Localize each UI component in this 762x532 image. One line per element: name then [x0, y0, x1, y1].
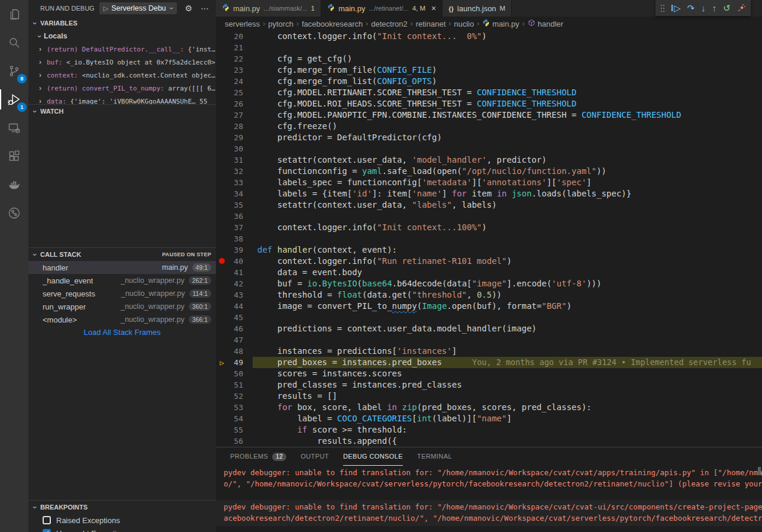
code-line[interactable]: 40 context.logger.info("Run retinanet-R1… — [216, 256, 762, 267]
code-line[interactable]: 46 predictions = context.user_data.model… — [216, 323, 762, 334]
tab-main.py[interactable]: main.py.../siammask/...1 — [216, 0, 321, 17]
gutter-breakpoint-area[interactable] — [216, 436, 228, 447]
toolbar-grip-icon[interactable] — [660, 4, 665, 12]
start-debug-icon[interactable]: ▷ — [104, 5, 108, 12]
gutter-breakpoint-area[interactable] — [216, 42, 228, 53]
code-line[interactable]: 51 pred_classes = instances.pred_classes — [216, 379, 762, 391]
breadcrumb-item-facebookresearch[interactable]: facebookresearch — [302, 20, 363, 28]
gutter-breakpoint-area[interactable] — [216, 143, 228, 154]
gutter-breakpoint-area[interactable] — [216, 289, 228, 301]
watch-header[interactable]: › WATCH — [28, 105, 216, 118]
panel-tab-debug-console[interactable]: DEBUG CONSOLE — [343, 447, 403, 466]
gutter-breakpoint-area[interactable] — [216, 132, 228, 143]
launch-configuration-dropdown[interactable]: ▷ Serverless Debu › — [99, 2, 177, 14]
code-line[interactable]: 44 image = convert_PIL_to_numpy(Image.op… — [216, 301, 762, 312]
code-line[interactable]: 56 results.append({ — [216, 436, 762, 447]
checkbox-unchecked-icon[interactable] — [43, 516, 51, 524]
gutter-breakpoint-area[interactable] — [216, 98, 228, 109]
gutter-breakpoint-area[interactable] — [216, 413, 228, 424]
code-line[interactable]: 30 — [216, 143, 762, 154]
panel-scrollbar[interactable] — [758, 467, 761, 475]
stack-frame-row[interactable]: _handle_event_nuclio_wrapper.py262:1 — [28, 274, 216, 287]
chevron-right-icon[interactable]: › — [39, 58, 47, 66]
run-and-debug-icon[interactable]: 1 — [0, 85, 28, 114]
gutter-breakpoint-area[interactable] — [216, 109, 228, 121]
code-line[interactable]: 26 cfg.MODEL.ROI_HEADS.SCORE_THRESH_TEST… — [216, 98, 762, 109]
code-line[interactable]: 52 results = [] — [216, 391, 762, 402]
code-line[interactable]: 27 cfg.MODEL.PANOPTIC_FPN.COMBINE.INSTAN… — [216, 109, 762, 121]
gutter-breakpoint-area[interactable] — [216, 334, 228, 346]
checkbox-checked-icon[interactable]: ✓ — [43, 529, 51, 532]
gear-icon[interactable]: ⚙ — [185, 4, 193, 13]
code-line[interactable]: 20 context.logger.info("Init context... … — [216, 31, 762, 42]
breakpoint-option-row[interactable]: ✓Uncaught Exceptions — [28, 527, 216, 532]
code-line[interactable]: 38 — [216, 233, 762, 244]
code-line[interactable]: 45 — [216, 312, 762, 323]
code-line[interactable]: 35 setattr(context.user_data, "labels", … — [216, 199, 762, 211]
code-line[interactable]: 53 for box, score, label in zip(pred_box… — [216, 402, 762, 413]
breadcrumb-item-serverless[interactable]: serverless — [225, 20, 260, 28]
variable-row[interactable]: ›(return) convert_PIL_to_numpy: array([[… — [28, 82, 216, 95]
chevron-right-icon[interactable]: › — [39, 45, 47, 53]
extensions-icon[interactable] — [0, 142, 28, 170]
code-line[interactable]: 25 cfg.MODEL.RETINANET.SCORE_THRESH_TEST… — [216, 87, 762, 98]
gutter-breakpoint-area[interactable] — [216, 65, 228, 76]
code-line[interactable]: 41 data = event.body — [216, 267, 762, 278]
stack-frame-row[interactable]: <module>_nuclio_wrapper.py366:1 — [28, 313, 216, 326]
breadcrumb-item-handler[interactable]: handler — [528, 19, 563, 28]
gutter-breakpoint-area[interactable] — [216, 278, 228, 289]
gutter-breakpoint-area[interactable] — [216, 188, 228, 199]
gutter-breakpoint-area[interactable] — [216, 87, 228, 98]
restart-icon[interactable]: ↺ — [723, 4, 731, 12]
step-over-icon[interactable]: ↷ — [687, 4, 695, 12]
chevron-right-icon[interactable]: › — [39, 97, 47, 104]
code-line[interactable]: 34 labels = {item['id']: item['name'] fo… — [216, 188, 762, 199]
code-line[interactable]: 29 predictor = DefaultPredictor(cfg) — [216, 132, 762, 143]
stack-frame-row[interactable]: serve_requests_nuclio_wrapper.py114:1 — [28, 287, 216, 300]
git-graph-icon[interactable] — [0, 199, 28, 227]
code-line[interactable]: 50 scores = instances.scores — [216, 368, 762, 379]
panel-tab-problems[interactable]: PROBLEMS12 — [230, 447, 286, 466]
explorer-icon[interactable] — [0, 0, 28, 28]
gutter-breakpoint-area[interactable] — [216, 244, 228, 256]
code-line[interactable]: ▷49 pred_boxes = instances.pred_boxesYou… — [216, 357, 762, 368]
gutter-breakpoint-area[interactable] — [216, 121, 228, 132]
chevron-right-icon[interactable]: › — [39, 71, 47, 79]
breakpoint-icon[interactable] — [216, 256, 228, 267]
variable-row[interactable]: ›buf: <_io.BytesIO object at 0x7f5a2dc1e… — [28, 56, 216, 69]
gutter-breakpoint-area[interactable] — [216, 233, 228, 244]
code-line[interactable]: 24 cfg.merge_from_list(CONFIG_OPTS) — [216, 76, 762, 87]
code-line[interactable]: 31 setattr(context.user_data, 'model_han… — [216, 154, 762, 166]
stack-frame-row[interactable]: run_wrapper_nuclio_wrapper.py360:1 — [28, 300, 216, 313]
variable-row[interactable]: ›context: <nuclio_sdk.context.Context ob… — [28, 69, 216, 82]
code-line[interactable]: 39def handler(context, event): — [216, 244, 762, 256]
code-line[interactable]: 37 context.logger.info("Init context...1… — [216, 222, 762, 233]
stack-frame-row[interactable]: handlermain.py49:1 — [28, 261, 216, 274]
current-frame-icon[interactable]: ▷ — [216, 357, 228, 368]
docker-icon[interactable] — [0, 170, 28, 199]
close-icon[interactable]: × — [431, 4, 436, 13]
gutter-breakpoint-area[interactable] — [216, 53, 228, 65]
breadcrumb-item-main.py[interactable]: main.py — [482, 19, 519, 28]
variable-row[interactable]: ›(return) DefaultPredictor.__call__: {'i… — [28, 43, 216, 56]
breadcrumb-item-nuclio[interactable]: nuclio — [454, 20, 474, 28]
code-line[interactable]: 22 cfg = get_cfg() — [216, 53, 762, 65]
gutter-breakpoint-area[interactable] — [216, 424, 228, 436]
panel-tab-terminal[interactable]: TERMINAL — [417, 447, 452, 466]
panel-tab-output[interactable]: OUTPUT — [301, 447, 329, 466]
source-control-icon[interactable]: 8 — [0, 57, 28, 85]
gutter-breakpoint-area[interactable] — [216, 199, 228, 211]
call-stack-header[interactable]: › CALL STACK PAUSED ON STEP — [28, 248, 216, 261]
gutter-breakpoint-area[interactable] — [216, 323, 228, 334]
breadcrumb-item-pytorch[interactable]: pytorch — [268, 20, 293, 28]
load-all-stack-frames-link[interactable]: Load All Stack Frames — [28, 326, 216, 339]
gutter-breakpoint-area[interactable] — [216, 312, 228, 323]
gutter-breakpoint-area[interactable] — [216, 368, 228, 379]
code-line[interactable]: 43 threshold = float(data.get("threshold… — [216, 289, 762, 301]
step-into-icon[interactable]: ↓ — [701, 4, 706, 12]
breakpoint-option-row[interactable]: Raised Exceptions — [28, 514, 216, 527]
gutter-breakpoint-area[interactable] — [216, 301, 228, 312]
gutter-breakpoint-area[interactable] — [216, 31, 228, 42]
scope-locals[interactable]: › Locals — [28, 30, 216, 43]
gutter-breakpoint-area[interactable] — [216, 76, 228, 87]
